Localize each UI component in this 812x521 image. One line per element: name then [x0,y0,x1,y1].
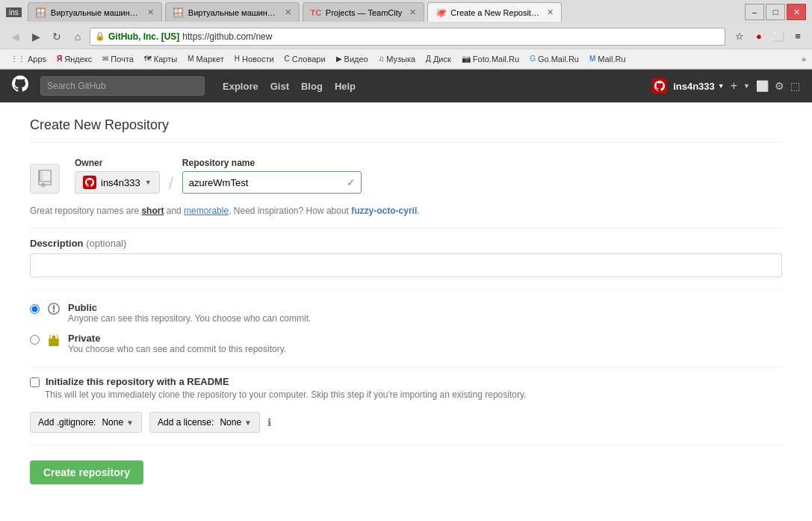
owner-select[interactable]: ins4n333 ▼ [75,171,160,194]
bookmark-disk-label: Диск [433,55,451,64]
tab-label-3: Projects — TeamCity [326,8,403,17]
bookmark-market-label: Маркет [196,55,224,64]
forward-button[interactable]: ▶ [27,28,45,46]
music-favicon: ♫ [379,55,385,63]
tab-close-1[interactable]: ✕ [147,7,154,17]
address-bar[interactable]: 🔒 GitHub, Inc. [US] https://github.com/n… [90,28,725,46]
owner-avatar [83,176,96,189]
ins-badge: ins [6,7,22,17]
bookmark-news[interactable]: Н Новости [230,53,279,65]
dict-favicon: С [285,55,290,63]
bookmark-maps[interactable]: 🗺 Карты [140,53,182,65]
private-radio[interactable] [30,335,40,345]
bookmark-gomail-label: Go.Mail.Ru [538,55,579,64]
nav-gist[interactable]: Gist [270,81,289,92]
create-repository-button[interactable]: Create repository [30,460,143,484]
home-button[interactable]: ⌂ [69,28,87,46]
bookmark-dict[interactable]: С Словари [280,53,330,65]
apps-favicon: ⋮⋮ [10,55,25,63]
nav-blog[interactable]: Blog [301,81,323,92]
bookmarks-more[interactable]: » [802,55,806,64]
settings-icon[interactable]: ⚙ [775,80,784,92]
bookmark-apps[interactable]: ⋮⋮ Apps [6,53,51,65]
plus-button[interactable]: + [731,79,737,93]
back-button[interactable]: ◀ [6,28,24,46]
tv-icon[interactable]: ⬜ [756,80,769,92]
nav-explore[interactable]: Explore [223,81,258,92]
minimize-button[interactable]: – [745,4,764,20]
repo-valid-icon: ✓ [347,176,356,188]
private-title: Private [68,333,286,344]
username-display[interactable]: ins4n333 ▼ [673,81,725,92]
description-input[interactable] [30,253,782,277]
info-icon[interactable]: ℹ [267,416,271,428]
extension-icon[interactable]: ● [751,28,767,45]
username-text: ins4n333 [673,81,715,92]
owner-repo-inputs: Owner ins4n333 ▼ / Repository name [75,158,362,194]
bookmark-disk[interactable]: Д Диск [421,53,456,65]
initialize-checkbox[interactable] [30,377,40,387]
repo-name-group: Repository name ✓ [182,158,362,194]
description-label: Description (optional) [30,238,782,249]
user-area: ins4n333 ▼ + ▼ ⬜ ⚙ ⬚ [652,78,800,93]
path-separator: / [169,174,173,194]
user-avatar [652,78,667,93]
bookmark-dict-label: Словари [292,55,326,64]
gomail-favicon: G [530,55,536,63]
bookmark-market[interactable]: М Маркет [183,53,229,65]
license-select[interactable]: Add a license: None ▼ [149,412,260,433]
public-option: Public Anyone can see this repository. Y… [30,302,782,324]
bookmark-video-label: Видео [344,55,368,64]
tab-favicon-1: 🪟 [36,7,46,18]
nav-help[interactable]: Help [335,81,356,92]
github-logo[interactable] [12,75,28,96]
bookmark-foto[interactable]: 📷 Foto.Mail.Ru [457,53,524,65]
divider-4 [30,445,782,446]
bookmark-music[interactable]: ♫ Музыка [374,53,420,65]
gitignore-select[interactable]: Add .gitignore: None ▼ [30,412,142,433]
bookmark-gomail[interactable]: G Go.Mail.Ru [525,53,583,65]
public-title: Public [68,302,311,313]
hint-suggestion[interactable]: fuzzy-octo-cyril [351,206,417,216]
hint-memorable: memorable [184,206,229,216]
bookmark-mailru-label: Mail.Ru [598,55,625,64]
signout-icon[interactable]: ⬚ [790,80,800,92]
github-header: Explore Gist Blog Help ins4n333 ▼ + ▼ ⬜ … [0,70,812,102]
tab-close-2[interactable]: ✕ [285,7,291,17]
hint-short: short [141,206,164,216]
foto-favicon: 📷 [462,55,471,63]
title-bar: ins 🪟 Виртуальные машины - ✕ 🪟 Виртуальн… [0,0,812,24]
maximize-button[interactable]: □ [766,4,785,20]
tab-label-2: Виртуальные машины - [188,8,277,17]
market-favicon: М [187,55,193,63]
bookmark-yandex[interactable]: Я Яндекс [52,53,96,65]
refresh-button[interactable]: ↻ [48,28,66,46]
address-company: GitHub, Inc. [US] [108,31,179,42]
close-button[interactable]: ✕ [787,4,806,20]
initialize-desc: This will let you immediately clone the … [45,389,782,400]
tab-1[interactable]: 🪟 Виртуальные машины - ✕ [28,2,162,22]
bookmark-mail[interactable]: ✉ Почта [98,53,138,65]
owner-repo-section: Owner ins4n333 ▼ / Repository name [30,158,782,194]
bookmark-yandex-label: Яндекс [64,55,92,64]
search-input[interactable] [40,76,205,96]
star-icon[interactable]: ☆ [731,28,748,45]
bookmark-maps-label: Карты [154,55,177,64]
bookmark-video[interactable]: ▶ Видео [332,53,373,65]
nav-icons: ☆ ● ⬜ ≡ [731,28,806,45]
repo-name-hint: Great repository names are short and mem… [30,206,782,216]
public-radio[interactable] [30,304,40,314]
screen-icon[interactable]: ⬜ [770,28,787,45]
description-section: Description (optional) [30,238,782,277]
tab-2[interactable]: 🪟 Виртуальные машины - ✕ [165,2,300,22]
repo-name-input[interactable] [182,171,362,194]
bookmark-mail-label: Почта [111,55,134,64]
initialize-label: Initialize this repository with a README [46,376,229,387]
bookmark-mailru[interactable]: M Mail.Ru [585,53,630,65]
tab-3[interactable]: TC Projects — TeamCity ✕ [303,2,425,22]
menu-icon[interactable]: ≡ [790,28,806,45]
tab-close-4[interactable]: ✕ [547,7,554,17]
tab-4-active[interactable]: 🐙 Create a New Repository ✕ [427,2,562,22]
bookmark-news-label: Новости [242,55,274,64]
tab-close-3[interactable]: ✕ [409,7,416,17]
